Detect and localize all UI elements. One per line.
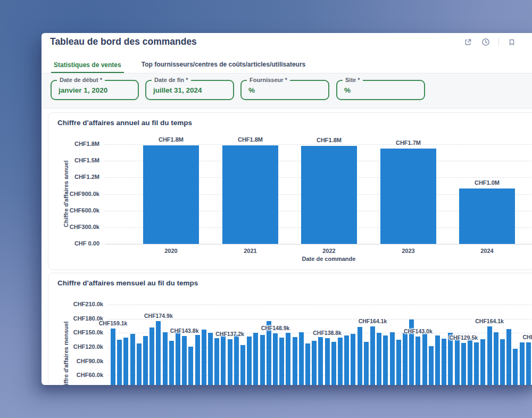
monthly-bar[interactable] <box>176 331 180 385</box>
annual-bar-2020[interactable] <box>143 145 199 244</box>
monthly-bar[interactable] <box>163 332 168 385</box>
monthly-bar[interactable] <box>299 332 304 385</box>
y-axis-tick-label: CHF150.0k <box>52 329 103 335</box>
filter-date-fin[interactable]: Date de fin * juillet 31, 2024 <box>145 80 234 100</box>
monthly-bar[interactable] <box>370 326 375 385</box>
monthly-bar[interactable] <box>247 337 252 385</box>
bookmark-icon[interactable] <box>503 35 521 49</box>
filter-fournisseur-label: Fournisseur * <box>247 77 290 84</box>
x-axis-tick-label: 2024 <box>459 248 515 254</box>
monthly-bar[interactable] <box>513 349 518 385</box>
filter-fournisseur[interactable]: Fournisseur * % <box>240 80 329 100</box>
monthly-bar[interactable] <box>253 333 258 385</box>
x-axis-tick-label: 2020 <box>143 248 199 254</box>
monthly-bar[interactable] <box>494 332 498 385</box>
monthly-bar[interactable] <box>208 333 213 385</box>
monthly-bar[interactable] <box>312 341 317 386</box>
monthly-bar[interactable] <box>130 334 135 385</box>
annual-bar-2024[interactable] <box>459 188 515 244</box>
monthly-bar[interactable] <box>331 342 336 385</box>
header: Tableau de bord des commandes <box>41 33 532 58</box>
monthly-bar[interactable] <box>234 334 239 385</box>
monthly-bar[interactable] <box>520 342 525 385</box>
monthly-bar[interactable] <box>188 347 193 385</box>
annual-bar-2022[interactable] <box>301 146 357 244</box>
monthly-bar[interactable] <box>169 341 174 385</box>
annual-bar-2023[interactable] <box>380 149 436 244</box>
y-axis-tick-label: CHF90.0k <box>52 358 103 364</box>
monthly-bar[interactable] <box>435 335 440 385</box>
monthly-bar[interactable] <box>422 334 427 385</box>
monthly-bar[interactable] <box>442 339 446 385</box>
monthly-bar[interactable] <box>195 335 200 385</box>
monthly-bar[interactable] <box>500 339 505 385</box>
monthly-bar[interactable] <box>364 342 369 385</box>
page-title: Tableau de bord des commandes <box>50 36 197 47</box>
monthly-bar[interactable] <box>474 342 479 385</box>
filter-bar: Date de début * janvier 1, 2020 Date de … <box>41 73 532 109</box>
monthly-bar[interactable] <box>455 337 460 385</box>
y-axis-tick-label: CHF900.0k <box>51 191 99 197</box>
monthly-bar[interactable] <box>383 335 388 385</box>
monthly-bar[interactable] <box>338 338 343 385</box>
history-icon[interactable] <box>477 35 495 49</box>
bar-value-label: CHF159.1k <box>89 320 137 326</box>
monthly-bar[interactable] <box>390 332 395 385</box>
monthly-bar[interactable] <box>415 337 420 385</box>
monthly-bar[interactable] <box>461 343 466 386</box>
dashboard-window: Tableau de bord des commandes Statistiqu… <box>41 33 532 385</box>
annual-revenue-chart: CHF1.8MCHF1.5MCHF1.2MCHF900.0kCHF600.0kC… <box>48 113 532 269</box>
monthly-bar[interactable] <box>487 326 492 385</box>
monthly-bar[interactable] <box>305 343 310 385</box>
monthly-bar[interactable] <box>358 327 362 385</box>
filter-date-debut-value: janvier 1, 2020 <box>59 86 107 94</box>
open-in-new-icon[interactable] <box>459 35 477 49</box>
monthly-bar[interactable] <box>396 340 401 385</box>
monthly-bar[interactable] <box>228 339 232 385</box>
monthly-bar[interactable] <box>182 336 187 385</box>
bar-value-label: CHF1.8M <box>222 136 278 143</box>
monthly-bar[interactable] <box>468 340 472 385</box>
bar-value-label: CHF138.8k <box>303 330 351 336</box>
y-axis-tick-label: CHF210.0k <box>52 301 103 307</box>
bar-value-label: CHF148.9k <box>252 325 300 331</box>
monthly-bar[interactable] <box>149 327 154 385</box>
monthly-bar[interactable] <box>377 333 381 385</box>
x-axis-title: Date de commande <box>276 256 382 262</box>
monthly-bar[interactable] <box>429 346 434 385</box>
filter-site[interactable]: Site * % <box>336 80 425 100</box>
monthly-bar[interactable] <box>293 337 297 385</box>
monthly-bar[interactable] <box>480 339 485 385</box>
bar-value-label: CHF137.2k <box>206 331 254 337</box>
gridline <box>108 305 532 305</box>
monthly-bar[interactable] <box>286 333 290 385</box>
monthly-bar[interactable] <box>403 333 408 385</box>
monthly-bar[interactable] <box>202 330 206 385</box>
monthly-bar[interactable] <box>279 338 284 385</box>
monthly-bar[interactable] <box>221 332 226 385</box>
tab-statistiques-ventes[interactable]: Statistiques de ventes <box>51 61 124 73</box>
x-axis-baseline <box>105 244 532 244</box>
monthly-bar[interactable] <box>526 342 531 385</box>
annual-bar-2021[interactable] <box>222 145 278 244</box>
monthly-bar[interactable] <box>260 335 265 385</box>
monthly-bar[interactable] <box>344 335 349 385</box>
x-axis-tick-label: 2023 <box>380 248 436 254</box>
y-axis-tick-label: CHF600.0k <box>51 207 99 214</box>
monthly-bar[interactable] <box>123 338 128 385</box>
tab-top-fournisseurs[interactable]: Top fournisseurs/centres de coûts/articl… <box>139 61 309 73</box>
monthly-bar[interactable] <box>273 333 278 385</box>
monthly-bar[interactable] <box>351 334 355 385</box>
monthly-bar[interactable] <box>111 329 115 385</box>
monthly-bar[interactable] <box>325 338 330 385</box>
gridline <box>105 144 532 145</box>
monthly-bar[interactable] <box>117 340 122 385</box>
monthly-bar[interactable] <box>240 345 245 385</box>
monthly-bar[interactable] <box>318 337 323 385</box>
monthly-bar[interactable] <box>214 338 219 385</box>
monthly-bar[interactable] <box>143 336 148 385</box>
monthly-bar[interactable] <box>137 343 142 385</box>
filter-date-fin-label: Date de fin * <box>152 77 191 84</box>
x-axis-tick-label: 2022 <box>301 248 357 254</box>
filter-date-debut[interactable]: Date de début * janvier 1, 2020 <box>51 80 139 100</box>
